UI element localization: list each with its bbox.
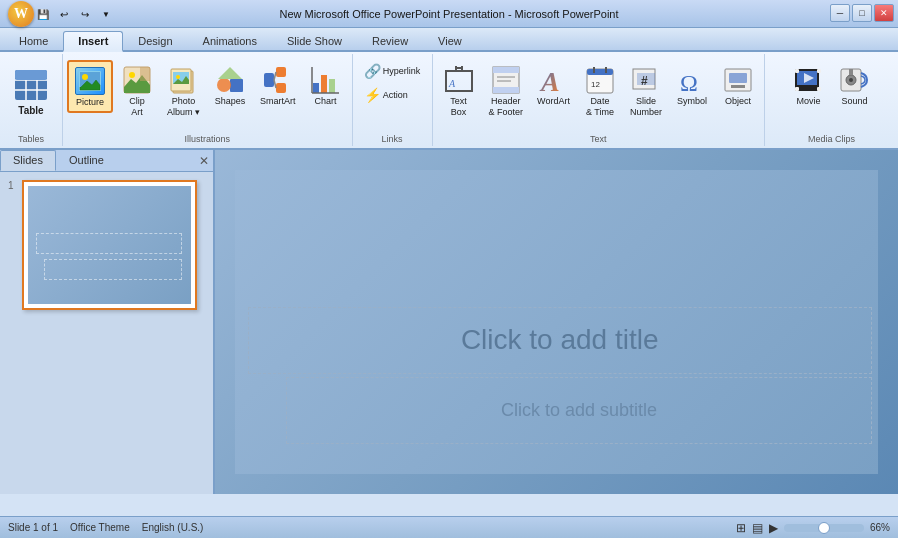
slide-thumbnail-1[interactable] (22, 180, 197, 310)
slidenumber-button[interactable]: # SlideNumber (624, 60, 668, 122)
ribbon-group-mediaclips: Movie Sound Media Clips (765, 54, 898, 146)
slide-canvas[interactable]: Click to add title Click to add subtitle (235, 170, 878, 474)
view-slideshow-button[interactable]: ▶ (769, 521, 778, 535)
svg-text:A: A (448, 78, 456, 89)
wordart-label: WordArt (537, 96, 570, 107)
view-slide-button[interactable]: ▤ (752, 521, 763, 535)
tab-home[interactable]: Home (4, 31, 63, 50)
zoom-handle[interactable] (818, 522, 830, 534)
svg-point-10 (129, 72, 135, 78)
headerfooter-button[interactable]: Header& Footer (483, 60, 530, 122)
sound-label: Sound (841, 96, 867, 107)
action-button[interactable]: ⚡ Action (359, 84, 413, 106)
ribbon-tabbar: Home Insert Design Animations Slide Show… (0, 28, 898, 52)
photoalbum-button[interactable]: PhotoAlbum ▾ (161, 60, 206, 122)
textbox-icon: A (443, 64, 475, 96)
ribbon-group-illustrations: Picture ClipArt (63, 54, 353, 146)
minimize-button[interactable]: ─ (830, 4, 850, 22)
clipart-button[interactable]: ClipArt (115, 60, 159, 122)
svg-rect-54 (795, 69, 799, 73)
content-area: Slides Outline ✕ 1 Click to add title (0, 150, 898, 494)
textbox-label: TextBox (450, 96, 467, 118)
office-button[interactable]: W (8, 1, 34, 27)
close-button[interactable]: ✕ (874, 4, 894, 22)
svg-rect-51 (731, 85, 745, 88)
svg-marker-18 (218, 67, 242, 79)
undo-button[interactable]: ↩ (55, 5, 73, 23)
maximize-button[interactable]: □ (852, 4, 872, 22)
redo-button[interactable]: ↪ (76, 5, 94, 23)
panel-close-button[interactable]: ✕ (199, 150, 209, 171)
text-items: A TextBox Header& Footer (437, 56, 760, 144)
table-icon (11, 65, 51, 105)
shapes-icon (214, 64, 246, 96)
tables-group-label: Tables (18, 134, 44, 144)
textbox-button[interactable]: A TextBox (437, 60, 481, 122)
tab-review[interactable]: Review (357, 31, 423, 50)
datetime-label: Date& Time (586, 96, 614, 118)
smartart-button[interactable]: SmartArt (254, 60, 302, 111)
svg-rect-16 (230, 79, 243, 92)
chart-label: Chart (315, 96, 337, 107)
ribbon: Table Tables Picture (0, 52, 898, 150)
view-normal-button[interactable]: ⊞ (736, 521, 746, 535)
hyperlink-icon: 🔗 (364, 63, 380, 79)
picture-button[interactable]: Picture (67, 60, 113, 113)
tab-insert[interactable]: Insert (63, 31, 123, 52)
shapes-label: Shapes (215, 96, 246, 107)
chart-button[interactable]: Chart (304, 60, 348, 111)
chart-icon (310, 64, 342, 96)
subtitle-placeholder-text: Click to add subtitle (501, 400, 657, 421)
svg-rect-26 (329, 79, 335, 93)
mediaclips-group-label: Media Clips (808, 134, 855, 144)
smartart-label: SmartArt (260, 96, 296, 107)
svg-rect-20 (276, 67, 286, 77)
tab-animations[interactable]: Animations (188, 31, 272, 50)
slide-item-1: 1 (8, 180, 205, 316)
tab-slideshow[interactable]: Slide Show (272, 31, 357, 50)
ribbon-group-links: 🔗 Hyperlink ⚡ Action Links (353, 54, 433, 146)
svg-rect-19 (264, 73, 274, 87)
svg-rect-36 (493, 87, 519, 93)
title-bar: W 💾 ↩ ↪ ▼ New Microsoft Office PowerPoin… (0, 0, 898, 28)
slide-info: Slide 1 of 1 (8, 522, 58, 533)
wordart-button[interactable]: A WordArt (531, 60, 576, 111)
movie-label: Movie (796, 96, 820, 107)
tab-design[interactable]: Design (123, 31, 187, 50)
title-placeholder[interactable]: Click to add title (248, 307, 872, 374)
sound-button[interactable]: Sound (832, 60, 876, 111)
object-button[interactable]: Object (716, 60, 760, 111)
save-button[interactable]: 💾 (34, 5, 52, 23)
links-items: 🔗 Hyperlink ⚡ Action (359, 56, 426, 144)
object-icon (722, 64, 754, 96)
svg-point-17 (217, 78, 231, 92)
subtitle-placeholder[interactable]: Click to add subtitle (286, 377, 871, 444)
svg-rect-21 (276, 83, 286, 93)
svg-text:Ω: Ω (680, 70, 698, 95)
picture-label: Picture (76, 97, 104, 108)
slides-outline-tabs: Slides Outline ✕ (0, 150, 213, 172)
table-button[interactable]: Table (4, 60, 58, 121)
movie-button[interactable]: Movie (786, 60, 830, 111)
svg-point-15 (176, 75, 180, 79)
svg-rect-62 (849, 69, 853, 75)
outline-tab[interactable]: Outline (56, 150, 117, 171)
tables-items: Table (4, 56, 58, 144)
smartart-icon (262, 64, 294, 96)
datetime-button[interactable]: 12 Date& Time (578, 60, 622, 122)
slides-list: 1 (0, 172, 213, 494)
slides-tab[interactable]: Slides (0, 150, 56, 171)
hyperlink-label: Hyperlink (383, 66, 421, 76)
svg-rect-50 (729, 73, 747, 83)
picture-icon (74, 65, 106, 97)
customize-button[interactable]: ▼ (97, 5, 115, 23)
svg-rect-11 (140, 67, 150, 81)
symbol-button[interactable]: Ω Symbol (670, 60, 714, 111)
zoom-slider[interactable] (784, 524, 864, 532)
hyperlink-button[interactable]: 🔗 Hyperlink (359, 60, 426, 82)
shapes-button[interactable]: Shapes (208, 60, 252, 111)
svg-rect-57 (817, 87, 821, 91)
tab-view[interactable]: View (423, 31, 477, 50)
illustrations-items: Picture ClipArt (67, 56, 348, 144)
statusbar: Slide 1 of 1 Office Theme English (U.S.)… (0, 516, 898, 538)
